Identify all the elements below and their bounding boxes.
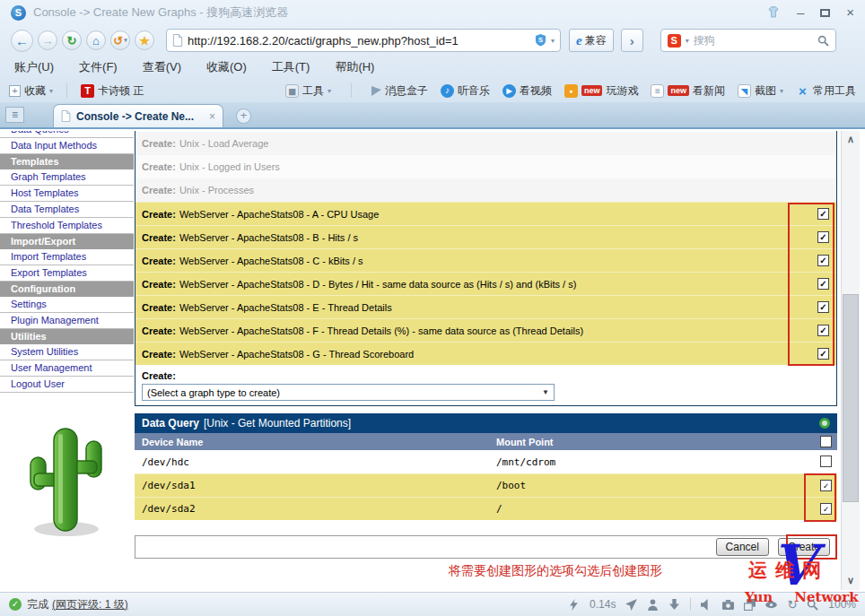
page-rating-link[interactable]: (网页评级: 1 级): [52, 597, 128, 612]
menu-item-1[interactable]: 文件(F): [79, 59, 118, 75]
scroll-up-icon[interactable]: ∧: [842, 131, 860, 147]
tab-list-icon[interactable]: ≡: [5, 107, 24, 123]
address-dropdown-icon[interactable]: ▾: [551, 37, 555, 45]
search-engine-dropdown-icon[interactable]: ▾: [686, 37, 689, 45]
reload-query-icon[interactable]: [819, 418, 830, 429]
menu-item-2[interactable]: 查看(V): [143, 59, 181, 75]
toolbar-item-game-icon[interactable]: new玩游戏: [564, 83, 639, 99]
tab-close-icon[interactable]: ×: [209, 110, 215, 123]
row-checkbox[interactable]: ✓: [820, 480, 832, 491]
sidebar-item-host-templates[interactable]: Host Templates: [0, 186, 134, 202]
dq-rows: /dev/hdc/mnt/cdrom/dev/sda1/boot✓/dev/sd…: [135, 450, 837, 520]
address-bar[interactable]: http://192.168.2.20/cacti/graphs_new.php…: [166, 29, 561, 52]
new-tab-button[interactable]: +: [236, 108, 251, 124]
mount-point-cell: /mnt/cdrom: [496, 456, 555, 468]
row-checkbox[interactable]: ✓: [817, 301, 829, 313]
graph-type-select[interactable]: (Select a graph type to create) ▼: [142, 384, 555, 401]
menu-item-4[interactable]: 工具(T): [272, 59, 310, 75]
cancel-button[interactable]: Cancel: [716, 538, 769, 556]
data-query-row: /dev/sda2/✓: [135, 497, 837, 520]
sidebar-item-data-input-methods[interactable]: Data Input Methods: [0, 138, 134, 154]
graph-template-label: Create:WebServer - ApacheStats08 - A - C…: [142, 209, 379, 220]
toolbar-item-music-icon[interactable]: 听音乐: [441, 83, 490, 99]
search-box[interactable]: S ▾ 搜狗: [660, 29, 836, 52]
refresh-button[interactable]: ↻: [62, 30, 82, 50]
menu-item-5[interactable]: 帮助(H): [335, 59, 374, 75]
windows-icon[interactable]: [744, 599, 756, 611]
graph-template-label: Create:WebServer - ApacheStats08 - B - H…: [142, 232, 358, 243]
sidebar-item-data-queries[interactable]: Data Queries: [0, 131, 134, 138]
row-checkbox[interactable]: ✓: [817, 325, 829, 336]
sidebar-item-logout-user[interactable]: Logout User: [0, 377, 134, 393]
search-icon[interactable]: [817, 35, 829, 47]
toolbar-item-screenshot-icon[interactable]: 截图▾: [738, 83, 783, 99]
sidebar-item-threshold-templates[interactable]: Threshold Templates: [0, 218, 134, 234]
tab-bar: ≡ Console -> Create Ne... × +: [0, 102, 865, 129]
sidebar-item-data-templates[interactable]: Data Templates: [0, 202, 134, 218]
back-button[interactable]: ←: [11, 30, 33, 52]
screenshot-camera-icon[interactable]: [722, 599, 734, 611]
sidebar-item-plugin-management[interactable]: Plugin Management: [0, 313, 134, 329]
scrollbar-thumb[interactable]: [843, 294, 859, 502]
speaker-icon[interactable]: [701, 599, 712, 611]
sidebar-header-configuration: Configuration: [0, 282, 134, 297]
forward-button[interactable]: →: [38, 30, 57, 50]
toolbar-item-message-icon[interactable]: 消息盒子: [371, 83, 428, 99]
scroll-down-icon[interactable]: ∨: [842, 572, 860, 588]
sogou-shield-icon[interactable]: S: [535, 34, 546, 47]
sidebar-item-graph-templates[interactable]: Graph Templates: [0, 169, 134, 186]
sidebar-item-export-templates[interactable]: Export Templates: [0, 265, 134, 282]
maximize-button[interactable]: [820, 6, 830, 19]
close-button[interactable]: ×: [846, 6, 854, 19]
sidebar-item-user-management[interactable]: User Management: [0, 360, 134, 377]
load-time: 0.14s: [590, 598, 616, 611]
user-icon[interactable]: [647, 599, 659, 611]
tab-console-create-new[interactable]: Console -> Create Ne... ×: [53, 104, 223, 127]
create-button[interactable]: Create: [778, 538, 830, 556]
title-bar: S Console -> Create New Graphs - 搜狗高速浏览器…: [0, 0, 865, 25]
home-button[interactable]: ⌂: [86, 30, 106, 50]
sidebar-item-settings[interactable]: Settings: [0, 297, 134, 313]
bookmark-t-icon: T: [81, 84, 94, 98]
toolbar-item-video-icon[interactable]: 看视频: [502, 83, 552, 99]
send-icon[interactable]: [625, 599, 637, 611]
graph-template-row: Create:WebServer - ApacheStats08 - A - C…: [135, 202, 836, 225]
toolbar-item-tools-x-icon[interactable]: 常用工具: [796, 83, 856, 99]
skin-icon[interactable]: [766, 5, 781, 20]
minimize-button[interactable]: –: [797, 6, 804, 19]
compat-mode-button[interactable]: e 兼容: [569, 29, 614, 52]
refresh-page-icon[interactable]: ↻: [787, 598, 797, 612]
mount-point-cell: /: [496, 503, 502, 515]
menu-item-3[interactable]: 收藏(O): [206, 59, 247, 75]
download-icon[interactable]: [668, 599, 680, 611]
mount-point-cell: /boot: [496, 480, 526, 491]
zoom-level[interactable]: 100%: [828, 598, 856, 611]
sidebar-item-import-templates[interactable]: Import Templates: [0, 249, 134, 265]
eye-icon[interactable]: [765, 599, 777, 611]
search-placeholder[interactable]: 搜狗: [694, 33, 813, 48]
toolbar-item-news-icon[interactable]: new看新闻: [651, 83, 725, 99]
select-all-checkbox[interactable]: [820, 436, 832, 447]
tab-page-icon: [61, 110, 71, 122]
data-query-section: Data Query [Unix - Get Mounted Partition…: [135, 413, 837, 520]
url-text[interactable]: http://192.168.2.20/cacti/graphs_new.php…: [188, 34, 530, 48]
page-content: Data QueriesData Input MethodsTemplatesG…: [0, 131, 865, 592]
sidebar-item-system-utilities[interactable]: System Utilities: [0, 344, 134, 360]
bookmark-kashidun[interactable]: T 卡诗顿 正: [81, 83, 144, 99]
vertical-scrollbar[interactable]: ∧ ∨: [841, 131, 860, 590]
undo-closed-tab-button[interactable]: ↺▾: [110, 30, 130, 50]
row-checkbox[interactable]: ✓: [817, 231, 829, 243]
menu-item-0[interactable]: 账户(U): [14, 59, 54, 75]
music-icon: [441, 84, 454, 98]
zoom-icon[interactable]: [807, 599, 818, 611]
row-checkbox[interactable]: ✓: [817, 255, 829, 266]
row-checkbox[interactable]: ✓: [817, 208, 829, 220]
row-checkbox[interactable]: ✓: [820, 503, 832, 515]
row-checkbox[interactable]: ✓: [817, 348, 829, 360]
go-button[interactable]: ›: [621, 29, 643, 52]
row-checkbox[interactable]: [820, 455, 832, 467]
tools-menu-button[interactable]: 工具 ▾: [285, 83, 331, 99]
add-favorite-button[interactable]: + 收藏 ▾: [9, 83, 53, 99]
favorites-star-button[interactable]: ★: [135, 30, 154, 50]
row-checkbox[interactable]: ✓: [817, 278, 829, 290]
